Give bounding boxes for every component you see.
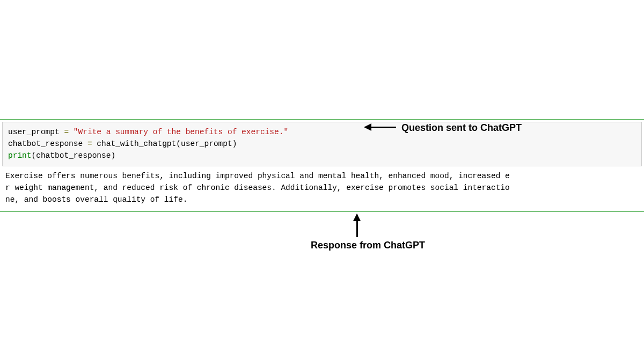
annotation-response: Response from ChatGPT [311, 240, 425, 251]
code-token: chatbot_response [8, 139, 83, 148]
code-token: ( [32, 151, 36, 160]
code-token: user_prompt [8, 128, 60, 136]
code-token: = [60, 128, 74, 136]
output-line: Exercise offers numerous benefits, inclu… [5, 172, 510, 180]
code-token: ) [232, 139, 237, 148]
arrow-up-icon [356, 215, 358, 237]
code-token: "Write a summary of the benefits of exer… [74, 128, 288, 136]
code-token: user_prompt [181, 139, 232, 148]
code-token: chat_with_chatgpt [97, 139, 176, 148]
code-token: ( [176, 139, 181, 148]
output-line: r weight management, and reduced risk of… [5, 183, 510, 192]
code-token: = [83, 139, 97, 148]
annotation-question: Question sent to ChatGPT [401, 122, 522, 134]
code-token: print [8, 151, 32, 160]
code-token: chatbot_response [36, 151, 111, 160]
code-input-cell[interactable]: user_prompt = "Write a summary of the be… [2, 122, 642, 166]
output-line: ne, and boosts overall quality of life. [5, 195, 187, 204]
notebook-cell: user_prompt = "Write a summary of the be… [0, 119, 644, 212]
arrow-left-icon [365, 127, 396, 128]
code-token: ) [111, 151, 115, 160]
code-output-cell: Exercise offers numerous benefits, inclu… [0, 166, 644, 211]
